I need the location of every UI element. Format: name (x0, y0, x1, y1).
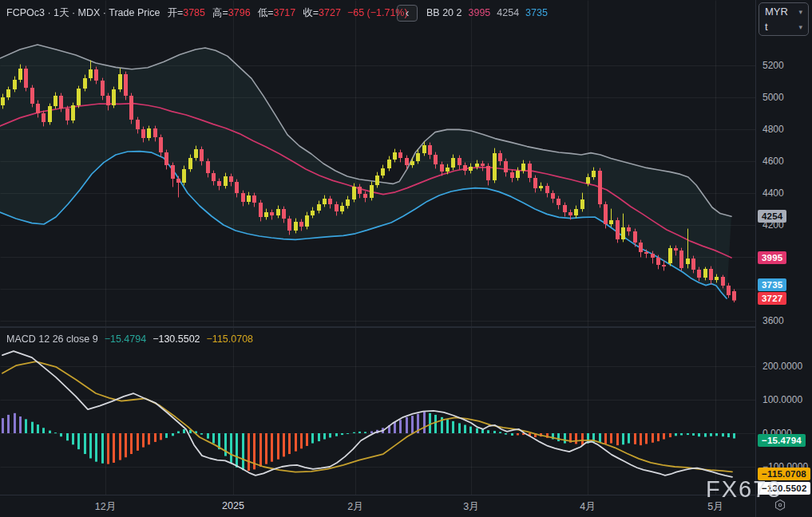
pane-divider[interactable] (0, 326, 755, 328)
ohlc-label: 高= (212, 7, 228, 18)
chevron-down-icon: ▾ (798, 8, 802, 16)
ohlc-pair: 低=3717 (258, 6, 296, 20)
time-axis-label: 12月 (95, 500, 116, 514)
time-axis-label: 2025 (222, 500, 244, 511)
axis-price-badge: 3735 (758, 278, 786, 291)
time-axis-label: 2月 (347, 500, 362, 514)
currency-dropdown[interactable]: MYR ▾ (759, 4, 808, 19)
ohlc-value: 3796 (228, 7, 251, 18)
currency-value: MYR (765, 6, 788, 18)
price-tick: 3600 (762, 315, 784, 326)
macd-tick: 100.0000 (762, 394, 802, 405)
time-axis-label: 3月 (463, 500, 478, 514)
bb-value: 3995 (468, 7, 490, 18)
ohlc-value: 3785 (183, 7, 205, 18)
ohlc-label: 低= (258, 7, 274, 18)
chevron-down-icon: ▾ (798, 23, 802, 31)
unit-dropdown[interactable]: t ▾ (759, 19, 808, 34)
time-axis[interactable]: 12月20252月3月4月5月 (0, 495, 755, 517)
fx678-watermark: FX678 (706, 476, 782, 503)
price-axis[interactable]: MYR ▾ t ▾ 520050004800460044004200360020… (755, 0, 812, 517)
macd-value: −15.4794 (105, 333, 146, 345)
bb-value: 3735 (525, 7, 548, 18)
price-tick: 5200 (762, 60, 784, 71)
price-tick: 4600 (762, 156, 784, 167)
chevron-left-icon: ‹ (406, 6, 410, 19)
collapse-legend-button[interactable]: ‹ (397, 5, 418, 22)
bb-values: 399542543735 (468, 7, 553, 18)
ohlc-label: 开= (167, 7, 183, 18)
ohlc-value: 3727 (319, 7, 341, 18)
axis-price-badge: 4254 (758, 210, 786, 223)
ohlc-value: 3717 (273, 7, 295, 18)
bollinger-legend[interactable]: BB 20 2 399542543735 (426, 0, 560, 26)
macd-legend[interactable]: MACD 12 26 close 9 −15.4794−130.5502−115… (6, 329, 266, 349)
bb-value: 4254 (497, 7, 519, 18)
ohlc-readout: 开=3785高=3796低=3717收=3727 (160, 6, 341, 20)
axis-price-badge: 3727 (758, 292, 786, 305)
macd-indicator-label: MACD 12 26 close 9 (6, 333, 98, 345)
symbol-info-bar: FCPOc3 · 1天 · MDX · Trade Price 开=3785高=… (6, 0, 408, 26)
axis-price-badge: −15.4794 (758, 434, 806, 447)
macd-tick: 200.0000 (762, 361, 802, 372)
ohlc-label: 收= (303, 7, 319, 18)
unit-value: t (765, 21, 768, 33)
axis-price-badge: 3995 (758, 251, 786, 264)
price-tick: 4400 (762, 187, 784, 199)
price-macd-chart-canvas[interactable] (0, 0, 755, 495)
currency-unit-selector: MYR ▾ t ▾ (759, 2, 809, 36)
price-tick: 4800 (762, 124, 784, 135)
ohlc-pair: 高=3796 (212, 6, 251, 20)
symbol-title[interactable]: FCPOc3 · 1天 · MDX · Trade Price (6, 6, 160, 20)
time-axis-label: 4月 (580, 500, 595, 514)
macd-value: −115.0708 (207, 333, 254, 345)
macd-value: −130.5502 (152, 333, 200, 345)
macd-values: −15.4794−130.5502−115.0708 (105, 333, 259, 345)
ohlc-pair: 收=3727 (303, 6, 341, 20)
bb-indicator-label: BB 20 2 (426, 7, 461, 18)
price-tick: 5000 (762, 92, 784, 103)
ohlc-pair: 开=3785 (167, 6, 205, 20)
